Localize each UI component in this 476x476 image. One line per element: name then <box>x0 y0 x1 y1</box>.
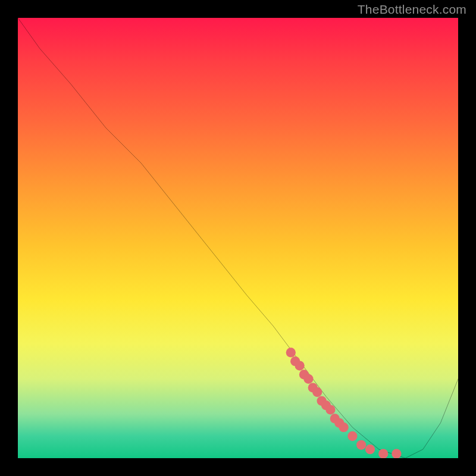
data-point <box>365 444 375 454</box>
page-frame: TheBottleneck.com <box>0 0 476 476</box>
data-point <box>330 414 340 423</box>
data-point <box>317 396 326 406</box>
data-point <box>303 374 313 384</box>
data-point <box>356 440 366 450</box>
data-point <box>392 449 401 458</box>
data-point <box>308 383 318 392</box>
attribution-text: TheBottleneck.com <box>358 2 466 17</box>
chart-plot-area <box>18 18 458 458</box>
point-cluster <box>286 347 402 458</box>
data-point <box>339 422 348 432</box>
data-point <box>299 369 309 379</box>
data-point <box>321 400 331 410</box>
data-point <box>312 387 322 397</box>
data-point <box>290 356 300 366</box>
data-point <box>325 405 335 414</box>
data-point <box>286 347 296 357</box>
data-point <box>334 418 344 428</box>
data-point <box>347 431 357 441</box>
data-point <box>295 361 304 370</box>
chart-svg <box>18 18 458 458</box>
data-point <box>378 449 388 458</box>
curve-path <box>18 18 458 458</box>
